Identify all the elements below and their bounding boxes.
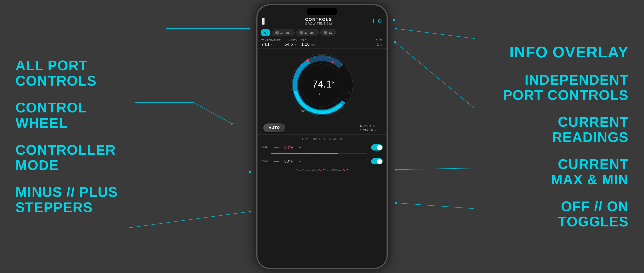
port-tab-2[interactable]: ⚙ 2: Port... bbox=[296, 29, 319, 36]
low-trigger-row: LOW — 60°F + bbox=[261, 157, 383, 166]
vpd-sensor: VPD 1.28 kPa bbox=[301, 39, 315, 47]
high-trigger-label: HIGH bbox=[261, 146, 271, 149]
screen-header: ‹ CONTROLS GROW TENT 2x2 ℹ ⚙ bbox=[258, 6, 386, 28]
svg-point-55 bbox=[395, 202, 397, 204]
temperature-trigger-section: TEMPERATURE TRIGGER HIGH — 84°F + bbox=[258, 136, 386, 168]
svg-point-45 bbox=[249, 210, 251, 212]
high-slider-fill bbox=[271, 153, 338, 154]
vpd-value: 1.28 kPa bbox=[301, 42, 315, 47]
wheel-svg: 84°F 60° 74.1 °F 🌡 bbox=[289, 52, 355, 118]
divider-1 bbox=[258, 134, 386, 135]
control-wheel-area[interactable]: 84°F 60° 74.1 °F 🌡 bbox=[258, 48, 386, 122]
humidity-value: 54.6 % bbox=[285, 42, 298, 47]
min-gear-icon[interactable]: ⚙ bbox=[374, 128, 377, 132]
level-sensor: LEVEL 5 ⚙ bbox=[374, 39, 383, 47]
header-subtitle-text: GROW TENT 2x2 bbox=[305, 22, 332, 26]
temperature-label: TEMPERATURE bbox=[261, 39, 281, 42]
humidity-sensor: HUMIDITY 54.6 % bbox=[285, 39, 298, 47]
bottom-info-text: Turns ON at or above 84°F Turns OFF belo… bbox=[258, 168, 386, 173]
temperature-value: 74.1 °F bbox=[261, 42, 281, 47]
low-value: 60°F bbox=[283, 159, 294, 164]
port-tab-3-icon: ⚙ bbox=[324, 31, 328, 34]
port-tab-1-icon: ⚙ bbox=[275, 31, 279, 34]
left-annotation-labels: ALL PORT CONTROLS CONTROL WHEEL CONTROLL… bbox=[16, 0, 170, 273]
low-trigger-label: LOW bbox=[261, 160, 271, 163]
phone-screen: ‹ CONTROLS GROW TENT 2x2 ℹ ⚙ All ⚙ 1: Po… bbox=[258, 6, 386, 268]
temperature-sensor: TEMPERATURE 74.1 °F bbox=[261, 39, 281, 47]
auto-mode-button[interactable]: AUTO bbox=[263, 124, 286, 132]
svg-point-53 bbox=[395, 169, 397, 170]
phone-mockup: ‹ CONTROLS GROW TENT 2x2 ℹ ⚙ All ⚙ 1: Po… bbox=[256, 4, 388, 269]
high-minus-button[interactable]: — bbox=[273, 144, 280, 150]
high-slider-track[interactable] bbox=[271, 153, 367, 154]
info-overlay-label: INFO OVERLAY bbox=[455, 44, 628, 61]
low-plus-button[interactable]: + bbox=[298, 158, 302, 164]
vpd-label: VPD bbox=[301, 39, 315, 42]
svg-line-40 bbox=[193, 102, 232, 124]
current-max-min-label: CURRENT MAX & MIN bbox=[455, 157, 628, 187]
level-value: 5 ⚙ bbox=[377, 42, 383, 47]
low-toggle[interactable] bbox=[371, 158, 383, 164]
svg-point-38 bbox=[248, 28, 250, 30]
port-tab-all-label: All bbox=[264, 31, 267, 34]
port-tab-all[interactable]: All bbox=[260, 29, 270, 36]
svg-point-51 bbox=[394, 41, 396, 43]
svg-text:°F: °F bbox=[331, 80, 334, 84]
high-off-temp: 84°F bbox=[343, 169, 348, 172]
high-plus-button[interactable]: + bbox=[298, 144, 302, 150]
max-min-section: MAX : 6 ⚙ • MIN : 5 ⚙ bbox=[360, 124, 377, 132]
min-value: 5 bbox=[371, 128, 373, 132]
svg-point-49 bbox=[395, 28, 397, 30]
svg-point-41 bbox=[231, 123, 233, 124]
high-value: 84°F bbox=[283, 145, 294, 150]
port-tab-2-icon: ⚙ bbox=[300, 31, 303, 34]
header-title-group: CONTROLS GROW TENT 2x2 bbox=[305, 17, 332, 26]
high-on-temp: 84°F bbox=[319, 169, 324, 172]
port-tabs-bar: All ⚙ 1: Port... ⚙ 2: Port... ⚙ 3:1 bbox=[258, 28, 386, 38]
svg-point-43 bbox=[249, 171, 251, 173]
mode-section: AUTO MAX : 6 ⚙ • MIN : 5 ⚙ bbox=[258, 122, 386, 134]
port-tab-3-label: 3:1 bbox=[328, 31, 332, 34]
high-toggle[interactable] bbox=[371, 144, 383, 150]
control-wheel-label: CONTROL WHEEL bbox=[16, 100, 170, 130]
right-annotation-labels: INFO OVERLAY INDEPENDENT PORT CONTROLS C… bbox=[455, 0, 628, 273]
independent-port-controls-label: INDEPENDENT PORT CONTROLS bbox=[455, 72, 628, 103]
max-row: MAX : 6 ⚙ bbox=[360, 124, 377, 127]
port-tab-2-label: 2: Port... bbox=[304, 31, 316, 34]
high-stepper: — 84°F + bbox=[273, 144, 369, 150]
settings-button[interactable]: ⚙ bbox=[378, 18, 382, 24]
phone-frame: ‹ CONTROLS GROW TENT 2x2 ℹ ⚙ All ⚙ 1: Po… bbox=[256, 4, 388, 269]
high-trigger-row: HIGH — 84°F + bbox=[261, 143, 383, 152]
off-on-toggles-label: OFF // ON TOGGLES bbox=[455, 199, 628, 229]
svg-point-47 bbox=[393, 19, 395, 21]
min-label: MIN : bbox=[363, 128, 370, 132]
sensor-readings-bar: TEMPERATURE 74.1 °F HUMIDITY 54.6 % VPD bbox=[258, 38, 386, 48]
svg-text:84°F: 84°F bbox=[330, 60, 336, 64]
min-row: • MIN : 5 ⚙ bbox=[360, 128, 377, 132]
low-stepper: — 60°F + bbox=[273, 158, 369, 164]
max-value: 6 bbox=[370, 124, 371, 127]
trigger-title: TEMPERATURE TRIGGER bbox=[261, 137, 383, 140]
svg-text:🌡: 🌡 bbox=[318, 92, 322, 96]
humidity-label: HUMIDITY bbox=[285, 39, 298, 42]
minus-plus-steppers-label: MINUS // PLUS STEPPERS bbox=[16, 184, 170, 215]
svg-text:74.1: 74.1 bbox=[312, 78, 332, 90]
port-tab-1[interactable]: ⚙ 1: Port... bbox=[272, 29, 294, 36]
back-button[interactable]: ‹ bbox=[262, 18, 265, 25]
all-port-controls-label: ALL PORT CONTROLS bbox=[16, 58, 170, 88]
current-readings-label: CURRENT READINGS bbox=[455, 114, 628, 145]
min-dot: • bbox=[360, 128, 361, 132]
info-button[interactable]: ℹ bbox=[372, 18, 374, 24]
max-label: MAX : bbox=[360, 124, 368, 127]
controller-mode-label: CONTROLLER MODE bbox=[16, 142, 170, 173]
header-controls-text: CONTROLS bbox=[305, 17, 332, 22]
wheel-container[interactable]: 84°F 60° 74.1 °F 🌡 bbox=[289, 52, 355, 118]
max-gear-icon[interactable]: ⚙ bbox=[373, 124, 375, 127]
svg-text:60°: 60° bbox=[301, 110, 305, 113]
low-minus-button[interactable]: — bbox=[273, 158, 280, 164]
level-label: LEVEL bbox=[374, 39, 383, 42]
header-icons-group: ℹ ⚙ bbox=[372, 18, 382, 24]
port-tab-1-label: 1: Port... bbox=[280, 31, 291, 34]
port-tab-3[interactable]: ⚙ 3:1 bbox=[320, 29, 336, 36]
